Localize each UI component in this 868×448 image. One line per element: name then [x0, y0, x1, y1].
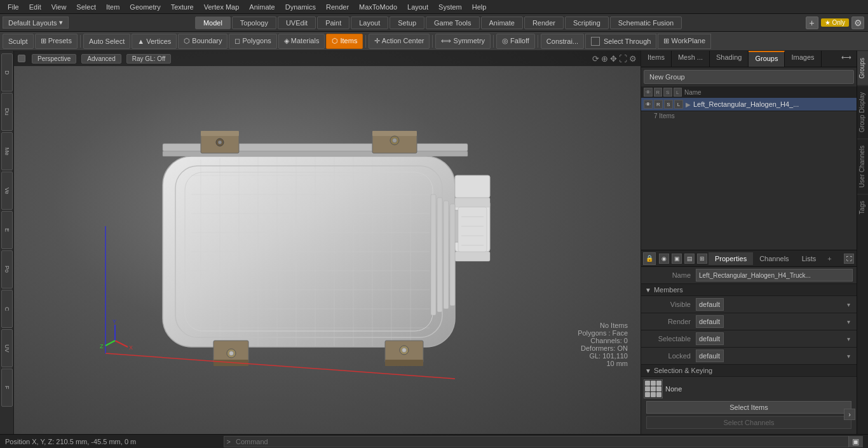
- right-tab-groups[interactable]: Groups: [749, 51, 785, 67]
- prop-tab-lists[interactable]: Lists: [796, 252, 823, 265]
- layout-tab-render[interactable]: Render: [524, 17, 564, 29]
- right-tab-items[interactable]: Items: [641, 51, 672, 67]
- group-item-expand-icon[interactable]: ▶: [686, 101, 691, 108]
- selectable-toggle[interactable]: S: [664, 100, 673, 109]
- layout-tab-animate[interactable]: Animate: [481, 17, 523, 29]
- group-list-item[interactable]: 👁 R S L ▶ Left_Rectangular_Halogen_H4_..…: [641, 98, 857, 111]
- visible-select[interactable]: default: [696, 298, 724, 311]
- workplane-button[interactable]: ⊞ WorkPlane: [658, 34, 711, 49]
- viewport-expand-icon[interactable]: [18, 55, 25, 62]
- sidebar-icon-8[interactable]: UV: [1, 329, 13, 367]
- sidebar-icon-6[interactable]: Po: [1, 250, 13, 288]
- vtab-group-display[interactable]: Group Display: [857, 85, 868, 139]
- icon-sel[interactable]: S: [663, 88, 672, 97]
- select-through-checkbox[interactable]: [591, 37, 600, 46]
- advanced-button[interactable]: Advanced: [81, 54, 121, 64]
- name-input[interactable]: [696, 269, 853, 282]
- vertices-button[interactable]: ▲ Vertices: [132, 34, 177, 49]
- vp-icon-rotate[interactable]: ⟳: [592, 54, 599, 64]
- star-only-badge[interactable]: ★ Only: [821, 18, 849, 27]
- raygl-button[interactable]: Ray GL: Off: [126, 54, 172, 64]
- menu-edit[interactable]: Edit: [24, 2, 46, 12]
- right-tab-mesh[interactable]: Mesh ...: [672, 51, 710, 67]
- vtab-user-channels[interactable]: User Channels: [857, 139, 868, 194]
- sidebar-icon-7[interactable]: C: [1, 290, 13, 328]
- layout-tab-layout[interactable]: Layout: [351, 17, 388, 29]
- presets-button[interactable]: ⊞ Presets: [35, 34, 78, 49]
- icon-eye[interactable]: 👁: [644, 88, 653, 97]
- settings-button[interactable]: ⚙: [851, 17, 864, 29]
- menu-select[interactable]: Select: [71, 2, 101, 12]
- autoselect-button[interactable]: Auto Select: [83, 34, 130, 49]
- icon-render[interactable]: R: [654, 88, 663, 97]
- polygons-button[interactable]: ◻ Polygons: [229, 34, 276, 49]
- menu-animate[interactable]: Animate: [244, 2, 280, 12]
- vp-icon-pan[interactable]: ✥: [610, 54, 617, 64]
- keying-icon[interactable]: [644, 379, 663, 398]
- sidebar-icon-9[interactable]: F: [1, 369, 13, 407]
- menu-file[interactable]: File: [3, 2, 24, 12]
- prop-lock-icon[interactable]: 🔒: [643, 252, 656, 265]
- falloff-button[interactable]: ◎ Falloff: [496, 34, 535, 49]
- prop-icon-4[interactable]: ⊞: [697, 254, 707, 264]
- select-channels-button[interactable]: Select Channels: [646, 416, 851, 429]
- command-input[interactable]: [233, 438, 848, 445]
- menu-geometry[interactable]: Geometry: [125, 2, 165, 12]
- layout-tab-gametools[interactable]: Game Tools: [426, 17, 480, 29]
- prop-icon-3[interactable]: ▤: [684, 254, 695, 264]
- constraints-button[interactable]: Constrai...: [541, 34, 584, 49]
- vp-icon-zoom[interactable]: ⊕: [601, 54, 608, 64]
- menu-maxtomodo[interactable]: MaxToModo: [354, 2, 402, 12]
- prop-expand-icon[interactable]: ⛶: [844, 254, 854, 264]
- new-group-button[interactable]: New Group: [644, 70, 854, 84]
- layout-tab-setup[interactable]: Setup: [390, 17, 424, 29]
- sidebar-icon-2[interactable]: Du: [1, 93, 13, 131]
- layout-tab-uvedit[interactable]: UVEdit: [278, 17, 316, 29]
- menu-render[interactable]: Render: [321, 2, 354, 12]
- materials-button[interactable]: ◈ Materials: [278, 34, 325, 49]
- menu-item[interactable]: Item: [101, 2, 125, 12]
- lock-toggle[interactable]: L: [674, 100, 683, 109]
- symmetry-button[interactable]: ⟺ Symmetry: [435, 34, 491, 49]
- perspective-button[interactable]: Perspective: [32, 54, 76, 64]
- command-submit-button[interactable]: ▣: [848, 436, 862, 447]
- layout-dropdown[interactable]: Default Layouts ▾: [3, 17, 69, 29]
- icon-lock[interactable]: L: [674, 88, 682, 97]
- sel-keying-section[interactable]: ▼ Selection & Keying: [641, 365, 857, 377]
- menu-help[interactable]: Help: [467, 2, 492, 12]
- sidebar-icon-5[interactable]: E: [1, 211, 13, 249]
- menu-system[interactable]: System: [433, 2, 467, 12]
- layout-tab-model[interactable]: Model: [195, 17, 231, 29]
- right-tab-shading[interactable]: Shading: [710, 51, 749, 67]
- prop-icon-2[interactable]: ▣: [672, 254, 682, 264]
- select-through-button[interactable]: Select Through: [585, 34, 656, 49]
- menu-texture[interactable]: Texture: [166, 2, 199, 12]
- vp-icon-expand[interactable]: ⛶: [619, 54, 627, 64]
- layout-tab-topology[interactable]: Topology: [232, 17, 276, 29]
- add-prop-tab-button[interactable]: +: [822, 252, 836, 265]
- vp-icon-settings[interactable]: ⚙: [629, 54, 637, 64]
- sidebar-icon-1[interactable]: D: [1, 53, 13, 92]
- prop-tab-properties[interactable]: Properties: [709, 252, 753, 265]
- vtab-groups[interactable]: Groups: [857, 51, 868, 85]
- vtab-tags[interactable]: Tags: [857, 194, 868, 221]
- boundary-button[interactable]: ⬡ Boundary: [178, 34, 227, 49]
- sidebar-icon-3[interactable]: Me: [1, 132, 13, 170]
- action-center-button[interactable]: ✛ Action Center: [369, 34, 430, 49]
- layout-tab-scripting[interactable]: Scripting: [565, 17, 609, 29]
- layout-tab-schematic[interactable]: Schematic Fusion: [610, 17, 682, 29]
- prop-icon-1[interactable]: ◉: [659, 254, 669, 264]
- select-items-button[interactable]: Select Items: [646, 401, 851, 414]
- locked-select[interactable]: default: [696, 350, 724, 362]
- render-toggle[interactable]: R: [654, 100, 663, 109]
- right-tab-expand[interactable]: ⟷: [836, 51, 857, 67]
- menu-vertexmap[interactable]: Vertex Map: [199, 2, 245, 12]
- menu-view[interactable]: View: [46, 2, 72, 12]
- members-section[interactable]: ▼ Members: [641, 284, 857, 296]
- add-layout-button[interactable]: +: [806, 17, 818, 29]
- viewport[interactable]: Perspective Advanced Ray GL: Off ⟳ ⊕ ✥ ⛶…: [14, 51, 641, 434]
- sculpt-button[interactable]: Sculpt: [3, 34, 34, 49]
- visibility-toggle[interactable]: 👁: [644, 100, 653, 109]
- panel-expand-button[interactable]: ›: [844, 409, 855, 420]
- prop-tab-channels[interactable]: Channels: [753, 252, 795, 265]
